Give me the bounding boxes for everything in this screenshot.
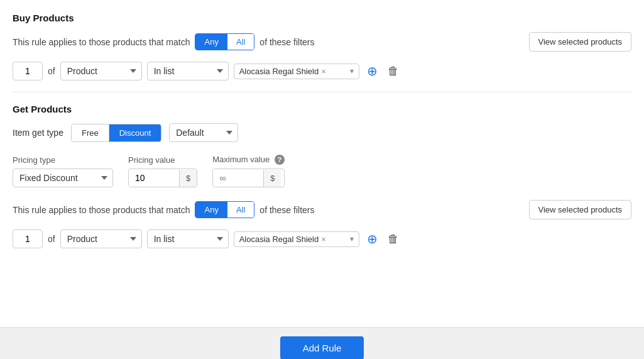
get-condition-select[interactable]: In list bbox=[147, 229, 229, 248]
buy-match-all-btn[interactable]: All bbox=[227, 34, 254, 50]
item-type-label: Item get type bbox=[13, 128, 63, 138]
pricing-value-input[interactable] bbox=[129, 169, 179, 187]
get-tag-chevron-icon[interactable]: ▾ bbox=[345, 235, 354, 243]
get-rule-text-1: This rule applies to those products that… bbox=[13, 205, 190, 215]
get-add-filter-btn[interactable]: ⊕ bbox=[364, 230, 380, 248]
get-product-type-select[interactable]: Product bbox=[60, 229, 142, 248]
type-default-select[interactable]: Default bbox=[169, 123, 238, 142]
get-rule-text-2: of these filters bbox=[259, 205, 314, 215]
get-filter-row: of Product In list Alocasia Regal Shield… bbox=[13, 229, 631, 248]
pricing-type-group: Pricing type Fixed Discount bbox=[13, 155, 113, 187]
get-rule-row: This rule applies to those products that… bbox=[13, 200, 631, 219]
get-of-text: of bbox=[48, 234, 55, 244]
type-discount-btn[interactable]: Discount bbox=[109, 124, 161, 141]
section-divider-1 bbox=[13, 92, 631, 92]
max-value-input[interactable] bbox=[213, 169, 263, 187]
buy-product-tag-label: Alocasia Regal Shield bbox=[239, 67, 319, 76]
get-match-toggle[interactable]: Any All bbox=[195, 201, 254, 218]
get-product-tag: Alocasia Regal Shield × bbox=[239, 235, 326, 244]
get-products-title: Get Products bbox=[13, 104, 631, 114]
pricing-value-group: Pricing value $ bbox=[128, 155, 197, 187]
buy-view-selected-btn[interactable]: View selected products bbox=[529, 32, 631, 52]
pricing-currency: $ bbox=[179, 170, 197, 187]
buy-condition-select[interactable]: In list bbox=[147, 62, 229, 80]
max-currency: $ bbox=[263, 170, 281, 187]
pricing-value-wrap: $ bbox=[128, 168, 197, 187]
buy-product-tag-field: Alocasia Regal Shield × ▾ bbox=[234, 64, 359, 79]
get-view-selected-btn[interactable]: View selected products bbox=[529, 200, 631, 219]
get-product-tag-label: Alocasia Regal Shield bbox=[239, 235, 319, 244]
type-free-btn[interactable]: Free bbox=[72, 124, 109, 141]
max-value-wrap: $ bbox=[212, 168, 285, 187]
get-qty-input[interactable] bbox=[13, 229, 43, 248]
item-type-toggle[interactable]: Free Discount bbox=[71, 124, 161, 142]
get-product-tag-field: Alocasia Regal Shield × ▾ bbox=[234, 231, 359, 247]
buy-products-title: Buy Products bbox=[13, 13, 631, 23]
max-value-group: Maximum value ? $ bbox=[212, 155, 285, 187]
footer-bar: Add Rule bbox=[0, 327, 644, 359]
pricing-section: Pricing type Fixed Discount Pricing valu… bbox=[13, 155, 631, 187]
buy-of-text: of bbox=[48, 66, 55, 76]
buy-delete-filter-btn[interactable]: 🗑 bbox=[385, 64, 401, 79]
pricing-value-label: Pricing value bbox=[128, 155, 197, 165]
pricing-type-select[interactable]: Fixed Discount bbox=[13, 168, 113, 187]
pricing-type-label: Pricing type bbox=[13, 155, 113, 165]
buy-match-any-btn[interactable]: Any bbox=[195, 34, 227, 50]
add-rule-btn[interactable]: Add Rule bbox=[280, 336, 364, 359]
max-value-help-icon[interactable]: ? bbox=[275, 155, 285, 165]
buy-add-filter-btn[interactable]: ⊕ bbox=[364, 62, 380, 80]
get-delete-filter-btn[interactable]: 🗑 bbox=[385, 231, 401, 247]
buy-product-type-select[interactable]: Product bbox=[60, 62, 142, 80]
buy-match-toggle[interactable]: Any All bbox=[195, 33, 254, 50]
item-type-row: Item get type Free Discount Default bbox=[13, 123, 631, 142]
get-match-any-btn[interactable]: Any bbox=[195, 202, 227, 218]
buy-rule-text-2: of these filters bbox=[259, 37, 314, 47]
buy-product-tag-remove[interactable]: × bbox=[321, 67, 326, 75]
buy-tag-chevron-icon[interactable]: ▾ bbox=[345, 67, 354, 75]
buy-rule-text-1: This rule applies to those products that… bbox=[13, 37, 190, 47]
get-match-all-btn[interactable]: All bbox=[227, 202, 254, 218]
buy-product-tag: Alocasia Regal Shield × bbox=[239, 67, 326, 76]
buy-qty-input[interactable] bbox=[13, 62, 43, 80]
max-value-label: Maximum value ? bbox=[212, 155, 285, 165]
buy-filter-row: of Product In list Alocasia Regal Shield… bbox=[13, 62, 631, 80]
get-product-tag-remove[interactable]: × bbox=[321, 235, 326, 243]
